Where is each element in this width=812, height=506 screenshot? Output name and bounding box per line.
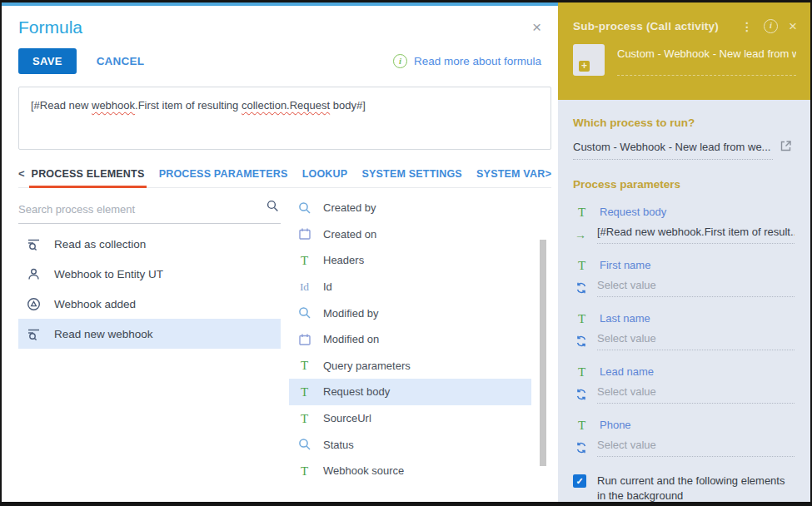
date-icon — [297, 227, 311, 241]
list-item-label: Created on — [323, 228, 376, 241]
list-item[interactable]: Created by — [289, 195, 531, 221]
list-item[interactable]: Modified by — [289, 300, 531, 326]
list-item[interactable]: Webhook added — [18, 289, 281, 319]
lookup-icon — [297, 438, 311, 452]
parameter-value: [#Read new webhook.First item of result.… — [597, 226, 795, 244]
process-elements-list: Read as collection Webhook to Entity UT — [18, 229, 289, 349]
panel-title: Sub-process (Call activity) — [573, 20, 719, 32]
list-item[interactable]: Id Id — [289, 274, 531, 300]
user-icon — [27, 267, 41, 281]
list-item[interactable]: Modified on — [289, 326, 531, 353]
text-icon: T — [297, 359, 311, 373]
list-item-label: Status — [323, 439, 354, 451]
mapping-arrow-icon: → — [575, 229, 587, 241]
formula-dialog: Formula × SAVE CANCEL i Read more about … — [2, 2, 558, 502]
parameter-label[interactable]: Lead name — [600, 365, 654, 378]
app-window: Formula × SAVE CANCEL i Read more about … — [0, 0, 812, 506]
parameter-value-field[interactable]: Select value — [575, 439, 797, 457]
which-process-label: Which process to run? — [573, 117, 797, 129]
lookup-icon — [297, 306, 311, 320]
tab-system-var[interactable]: SYSTEM VAR — [476, 168, 545, 180]
dialog-accent-strip — [2, 2, 558, 6]
info-icon[interactable]: i — [764, 19, 778, 33]
list-item[interactable]: T Webhook source — [289, 458, 531, 484]
list-item[interactable]: T Headers — [289, 247, 531, 274]
page-title: Formula — [18, 17, 82, 37]
select-mapping-icon — [575, 335, 587, 347]
subprocess-panel-header: Sub-process (Call activity) ⋮ i × + Cust… — [558, 2, 810, 100]
list-item[interactable]: Read as collection — [18, 229, 281, 259]
id-icon: Id — [297, 280, 311, 294]
parameter-label[interactable]: Phone — [600, 419, 631, 431]
text-icon: T — [297, 464, 311, 478]
list-item[interactable]: Webhook to Entity UT — [18, 259, 281, 289]
tab-process-parameters[interactable]: PROCESS PARAMETERS — [159, 168, 288, 180]
list-item-label: Id — [323, 280, 332, 293]
list-item-label: Headers — [323, 254, 364, 266]
parameter-value-field[interactable]: → [#Read new webhook.First item of resul… — [575, 226, 797, 244]
save-button[interactable]: SAVE — [18, 48, 77, 74]
process-select-field[interactable]: Custom - Webhook - New lead from we... — [573, 141, 773, 160]
parameter-value-field[interactable]: Select value — [575, 279, 797, 297]
text-icon: T — [297, 384, 311, 399]
text-icon: T — [575, 365, 589, 379]
tab-lookup[interactable]: LOOKUP — [302, 168, 348, 180]
text-icon: T — [575, 258, 589, 272]
date-icon — [297, 332, 311, 346]
list-item-label: Read as collection — [54, 238, 146, 251]
list-item-label: Read new webhook — [54, 328, 153, 340]
background-checkbox[interactable]: ✓ — [573, 474, 586, 488]
parameter-block: T Phone Select value — [575, 418, 797, 457]
kebab-menu-icon[interactable]: ⋮ — [741, 21, 753, 32]
formula-text: [#Read new — [31, 99, 92, 112]
close-icon[interactable]: × — [527, 17, 546, 37]
list-item[interactable]: T SourceUrl — [289, 405, 531, 432]
list-item[interactable]: T Query parameters — [289, 353, 531, 380]
parameter-block: T Request body → [#Read new webhook.Firs… — [575, 205, 797, 244]
parameter-value-field[interactable]: Select value — [575, 332, 797, 350]
search-field[interactable] — [18, 199, 281, 224]
search-icon — [267, 200, 279, 212]
tabs-forward-icon[interactable]: > — [545, 167, 551, 180]
parameter-block: T First name Select value — [575, 258, 797, 297]
background-checkbox-row: ✓ Run current and the following elements… — [573, 474, 797, 504]
plus-badge-icon: + — [579, 61, 590, 72]
parameter-label[interactable]: Last name — [600, 312, 650, 325]
tab-bar: < PROCESS ELEMENTS PROCESS PARAMETERS LO… — [18, 167, 551, 188]
tab-process-elements[interactable]: PROCESS ELEMENTS — [32, 168, 145, 180]
cancel-button[interactable]: CANCEL — [97, 55, 144, 67]
list-item-label: Query parameters — [323, 360, 411, 372]
list-item-selected[interactable]: T Request body — [289, 379, 531, 405]
text-icon: T — [575, 205, 589, 219]
list-item-label: Modified on — [323, 333, 379, 345]
subprocess-element-icon: + — [573, 44, 605, 76]
formula-text-misspelled: collection.Request — [242, 99, 330, 112]
list-item-selected[interactable]: Read new webhook — [18, 319, 281, 349]
tabs-back-icon[interactable]: < — [18, 167, 25, 180]
open-process-icon[interactable] — [780, 140, 792, 152]
list-item-label: Request body — [323, 385, 390, 398]
read-more-link[interactable]: i Read more about formula — [393, 54, 541, 68]
parameter-label[interactable]: First name — [600, 259, 650, 271]
list-item-label: Modified by — [323, 307, 378, 320]
list-item[interactable]: Created on — [289, 221, 531, 248]
text-icon: T — [575, 311, 589, 325]
process-elements-column: Read as collection Webhook to Entity UT — [18, 188, 289, 484]
parameter-label[interactable]: Request body — [600, 206, 666, 218]
list-item-label: Created by — [323, 201, 376, 214]
close-icon[interactable]: × — [789, 20, 797, 33]
tab-system-settings[interactable]: SYSTEM SETTINGS — [362, 168, 462, 180]
read-more-label: Read more about formula — [414, 55, 541, 67]
list-item-label: Webhook added — [54, 298, 136, 310]
list-item-label: Webhook to Entity UT — [54, 268, 163, 280]
parameter-placeholder: Select value — [597, 279, 795, 297]
element-name-field[interactable]: Custom - Webhook - New lead from websi..… — [617, 44, 796, 76]
scrollbar[interactable] — [540, 240, 546, 466]
parameter-block: T Last name Select value — [575, 311, 797, 350]
list-item[interactable]: Status — [289, 431, 531, 458]
formula-text: body#] — [330, 99, 366, 112]
search-input[interactable] — [18, 203, 256, 216]
formula-input[interactable]: [#Read new webhook.First item of resulti… — [18, 87, 551, 150]
select-mapping-icon — [575, 282, 587, 294]
parameter-value-field[interactable]: Select value — [575, 385, 797, 404]
